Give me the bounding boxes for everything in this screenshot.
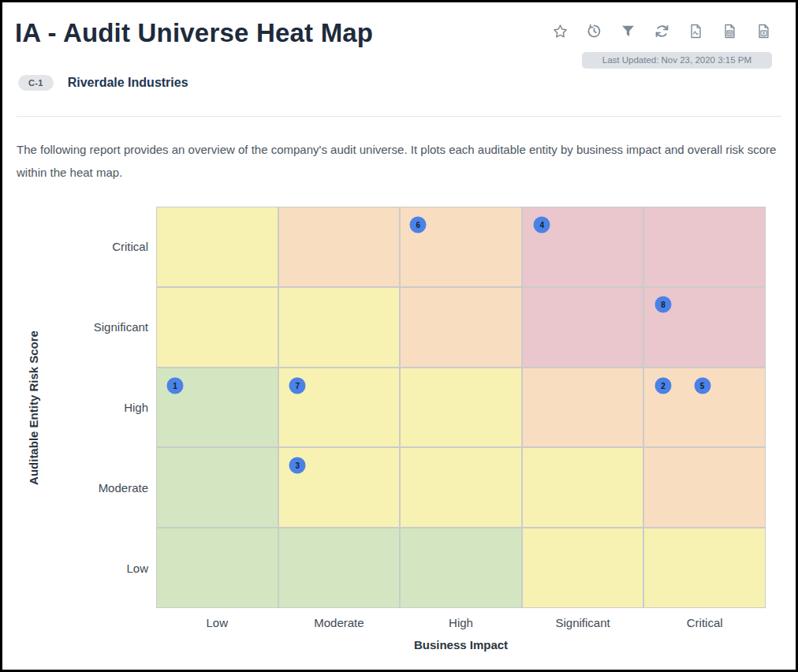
svg-text:W: W [728, 31, 733, 35]
y-label-significant: Significant [50, 287, 148, 368]
entity-point-5[interactable]: 5 [694, 378, 710, 394]
x-label-low: Low [156, 616, 278, 629]
entity-point-6[interactable]: 6 [410, 216, 427, 233]
file-excel-icon[interactable]: X [755, 23, 772, 39]
x-axis-title: Business Impact [156, 638, 766, 651]
file-word-icon[interactable]: W [722, 23, 738, 39]
y-label-low: Low [50, 528, 148, 608]
y-label-critical: Critical [50, 207, 148, 287]
company-name: Riverdale Industries [68, 76, 188, 90]
report-toolbar: WX [552, 23, 772, 39]
x-label-high: High [400, 616, 522, 629]
x-label-significant: Significant [522, 616, 644, 629]
entity-point-4[interactable]: 4 [534, 216, 550, 233]
y-label-high: High [50, 368, 148, 448]
entity-point-8[interactable]: 8 [655, 297, 672, 313]
x-axis-labels: LowModerateHighSignificantCritical [156, 616, 766, 629]
file-pdf-icon[interactable] [688, 23, 704, 39]
entity-point-2[interactable]: 2 [655, 378, 672, 394]
heatmap-points-layer: 12345678 [156, 207, 766, 608]
svg-text:X: X [763, 31, 766, 35]
refresh-icon[interactable] [654, 23, 670, 39]
x-label-critical: Critical [643, 616, 766, 629]
y-label-moderate: Moderate [50, 447, 148, 528]
entity-point-3[interactable]: 3 [289, 457, 306, 473]
reference-badge: C-1 [18, 75, 54, 91]
report-subheader: C-1 Riverdale Industries [18, 75, 188, 91]
history-icon[interactable] [586, 23, 602, 39]
y-axis-title: Auditable Entity Risk Score [27, 330, 40, 485]
last-updated-badge: Last Updated: Nov 23, 2020 3:15 PM [582, 52, 772, 69]
filter-icon[interactable] [620, 23, 636, 39]
page-title: IA - Audit Universe Heat Map [15, 18, 373, 48]
entity-point-7[interactable]: 7 [289, 378, 306, 394]
report-description: The following report provides an overvie… [17, 138, 786, 184]
report-window: IA - Audit Universe Heat Map WX Last Upd… [0, 0, 798, 672]
star-icon[interactable] [552, 23, 569, 39]
entity-point-1[interactable]: 1 [166, 378, 183, 394]
y-axis-labels: CriticalSignificantHighModerateLow [50, 207, 148, 608]
header-divider [17, 116, 781, 117]
x-label-moderate: Moderate [278, 616, 401, 629]
